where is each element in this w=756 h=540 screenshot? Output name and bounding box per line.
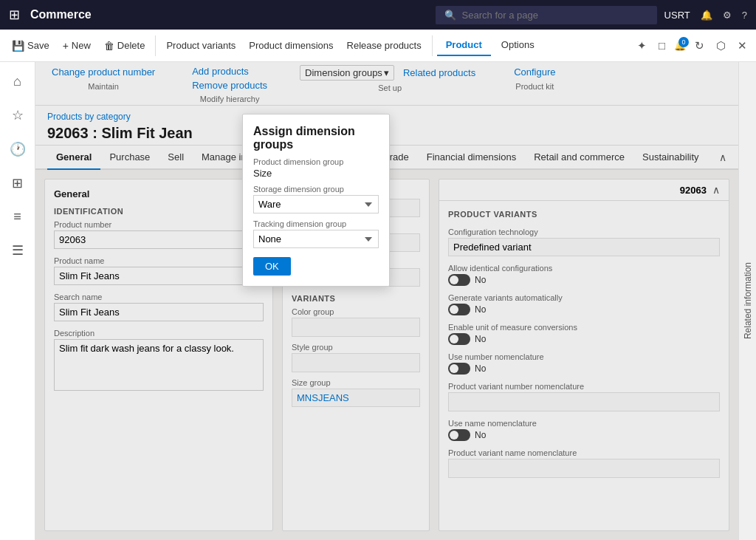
user-name: USRT <box>664 10 690 21</box>
product-variants-button[interactable]: Product variants <box>160 37 241 54</box>
assign-dimension-groups-modal: Assign dimension groups Product dimensio… <box>242 114 390 287</box>
sidebar-recent-icon[interactable]: 🕐 <box>0 135 35 163</box>
product-dimensions-button[interactable]: Product dimensions <box>243 37 339 54</box>
search-bar[interactable]: 🔍 <box>436 6 657 24</box>
new-button[interactable]: + New <box>57 37 97 55</box>
modal-tracking-dim-select[interactable]: None Serial Batch Lot <box>253 230 379 248</box>
ribbon-sep-2 <box>432 35 433 56</box>
popout-icon[interactable]: ⬡ <box>713 36 729 55</box>
modal-storage-dim-select[interactable]: None Ware SiteWH SiteWHLP <box>253 195 379 213</box>
sidebar-list-icon[interactable]: ☰ <box>0 236 35 264</box>
refresh-icon[interactable]: ↻ <box>692 36 707 55</box>
ribbon-right-icons: ✦ □ 🔔 0 ↻ ⬡ ✕ <box>634 36 750 55</box>
office-icon[interactable]: □ <box>656 36 668 55</box>
left-sidebar: ⌂ ☆ 🕐 ⊞ ≡ ☰ <box>0 62 35 540</box>
modal-product-dim-label: Product dimension group <box>253 157 379 166</box>
notification-icon[interactable]: 🔔 <box>701 10 712 21</box>
modal-title: Assign dimension groups <box>243 115 389 157</box>
save-button[interactable]: 💾 Save <box>6 37 55 55</box>
delete-button[interactable]: 🗑 Delete <box>98 37 151 55</box>
badge-icon[interactable]: 🔔 0 <box>674 40 686 51</box>
sidebar-favorite-icon[interactable]: ☆ <box>0 101 35 129</box>
modal-overlay: Assign dimension groups Product dimensio… <box>35 62 738 540</box>
app-name: Commerce <box>30 8 92 21</box>
modal-tracking-dim-label: Tracking dimension group <box>253 219 379 228</box>
modal-storage-dim-field: Storage dimension group None Ware SiteWH… <box>243 185 389 219</box>
tab-product[interactable]: Product <box>437 35 491 56</box>
modal-tracking-dim-field: Tracking dimension group None Serial Bat… <box>243 219 389 254</box>
top-right-icons: USRT 🔔 ⚙ ? <box>664 10 747 21</box>
settings-icon[interactable]: ⚙ <box>723 10 732 21</box>
modal-storage-dim-label: Storage dimension group <box>253 185 379 194</box>
personalize-icon[interactable]: ✦ <box>634 36 650 55</box>
sidebar-home-icon[interactable]: ⌂ <box>0 68 35 95</box>
new-icon: + <box>63 40 69 52</box>
sidebar-workspace-icon[interactable]: ⊞ <box>0 169 35 197</box>
delete-icon: 🗑 <box>104 40 114 52</box>
right-sidebar[interactable]: Related information <box>738 62 756 540</box>
ribbon: 💾 Save + New 🗑 Delete Product variants P… <box>0 30 756 62</box>
content-area: Change product number Maintain Add produ… <box>35 62 738 540</box>
save-icon: 💾 <box>12 40 24 52</box>
search-icon: 🔍 <box>444 10 456 21</box>
modal-product-dim-field: Product dimension group Size <box>243 157 389 185</box>
main-layout: ⌂ ☆ 🕐 ⊞ ≡ ☰ Change product number Mainta… <box>0 62 756 540</box>
top-nav: ⊞ Commerce 🔍 USRT 🔔 ⚙ ? <box>0 0 756 30</box>
sidebar-filter-icon[interactable]: ≡ <box>0 203 35 230</box>
app-grid-icon[interactable]: ⊞ <box>9 7 20 23</box>
modal-ok-button[interactable]: OK <box>253 257 291 276</box>
search-input[interactable] <box>462 10 648 21</box>
ribbon-sep-1 <box>155 35 156 56</box>
modal-product-dim-value: Size <box>253 168 379 179</box>
close-icon[interactable]: ✕ <box>735 36 750 55</box>
right-sidebar-label: Related information <box>743 262 753 339</box>
tab-options[interactable]: Options <box>492 35 543 56</box>
release-products-button[interactable]: Release products <box>341 37 427 54</box>
help-icon[interactable]: ? <box>742 10 747 21</box>
